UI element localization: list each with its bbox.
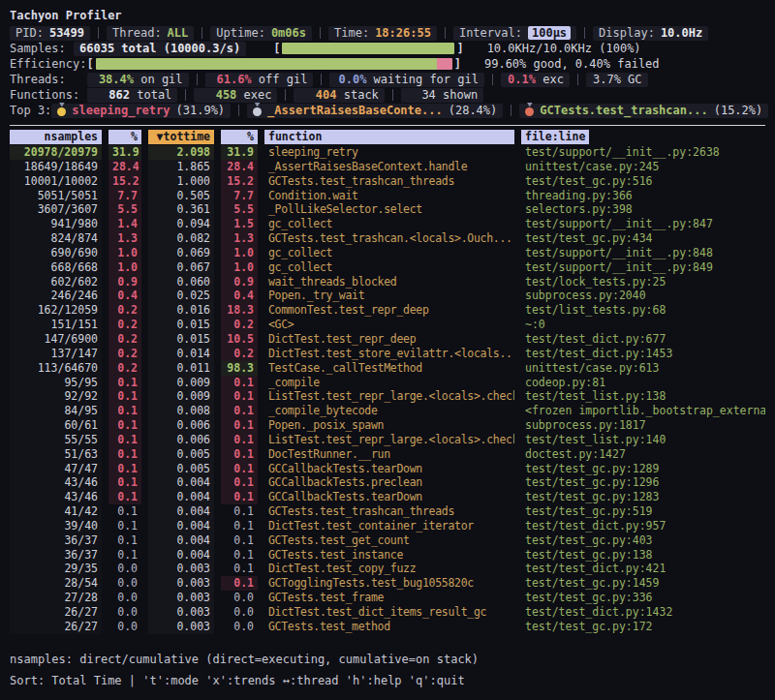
top3-entry-3[interactable]: GCTests.test_trashcan...(15.2%)	[519, 104, 768, 118]
table-row[interactable]: 18649/18649 28.4 1.865 28.4 _AssertRaise…	[10, 160, 765, 174]
col-pct-header[interactable]: %	[108, 130, 141, 144]
functions-row: Functions: 862 total 458 exec 404 stack …	[10, 87, 765, 103]
nsamples-cell: 668/668	[10, 260, 102, 275]
table-row[interactable]: 20978/20979 31.9 2.098 31.9 sleeping_ret…	[10, 145, 765, 160]
pct-cell: 0.2	[108, 318, 141, 332]
table-row[interactable]: 36/37 0.1 0.004 0.1 GCTests.test_get_cou…	[10, 533, 765, 548]
table-row[interactable]: 92/92 0.1 0.009 0.1 ListTest.test_repr_l…	[10, 389, 765, 404]
table-row[interactable]: 10001/10002 15.2 1.000 15.2 GCTests.test…	[10, 174, 765, 189]
table-row[interactable]: 28/54 0.0 0.003 0.1 GCTogglingTests.test…	[10, 576, 765, 591]
table-row[interactable]: 29/35 0.0 0.003 0.1 DictTest.test_copy_f…	[10, 562, 765, 576]
function-cell: GCTests.test_get_count	[264, 533, 514, 548]
top3-pct-1: (31.9%)	[176, 104, 226, 117]
function-cell: DictTest.test_dict_items_result_gc	[264, 605, 514, 620]
table-row[interactable]: 47/47 0.1 0.005 0.1 GCCallbackTests.tear…	[10, 462, 765, 476]
fileline-cell: ~:0	[521, 318, 765, 332]
pct-cell: 5.5	[108, 202, 141, 217]
pid-field: PID:53499	[10, 26, 90, 41]
nsamples-cell: 151/151	[10, 318, 102, 332]
cumpct-cell: 31.9	[221, 145, 258, 160]
function-cell: GCCallbackTests.tearDown	[264, 462, 514, 476]
table-row[interactable]: 3607/3607 5.5 0.361 5.5 _PollLikeSelecto…	[10, 202, 765, 217]
table-row[interactable]: 690/690 1.0 0.069 1.0 gc_collect test/su…	[10, 246, 765, 260]
table-row[interactable]: 84/95 0.1 0.008 0.1 _compile_bytecode <f…	[10, 404, 765, 418]
divider	[392, 89, 393, 101]
tottime-cell: 0.025	[148, 289, 214, 303]
exec-text: exec	[236, 88, 271, 102]
display-field: Display:10.0Hz	[593, 26, 708, 41]
fileline-cell: threading.py:366	[521, 189, 765, 203]
col-cumpct-header[interactable]: %	[221, 130, 258, 144]
col-nsamples-header[interactable]: nsamples	[10, 130, 102, 144]
table-row[interactable]: 36/37 0.1 0.004 0.1 GCTests.test_instanc…	[10, 548, 765, 563]
divider	[98, 27, 99, 39]
table-row[interactable]: 668/668 1.0 0.067 1.0 gc_collect test/su…	[10, 260, 765, 275]
table-row[interactable]: 137/147 0.2 0.014 0.2 DictTest.test_stor…	[10, 347, 765, 361]
col-function-header[interactable]: function	[264, 130, 514, 144]
top3-entry-1[interactable]: sleeping_retry(31.9%)	[51, 104, 231, 118]
silver-medal-icon	[253, 107, 262, 116]
pct-cell: 31.9	[108, 145, 141, 160]
tottime-cell: 0.009	[148, 389, 214, 404]
function-cell: DictTest.test_repr_deep	[264, 332, 514, 347]
tottime-cell: 0.006	[148, 418, 214, 433]
thread-value: ALL	[168, 26, 189, 40]
table-row[interactable]: 26/27 0.0 0.003 0.0 DictTest.test_dict_i…	[10, 605, 765, 620]
nsamples-cell: 10001/10002	[10, 174, 102, 189]
tottime-cell: 0.003	[148, 620, 214, 634]
table-row[interactable]: 151/151 0.2 0.015 0.2 <GC> ~:0	[10, 318, 765, 332]
table-row[interactable]: 147/6900 0.2 0.015 10.5 DictTest.test_re…	[10, 332, 765, 347]
pct-cell: 0.1	[108, 490, 141, 504]
waiting-text: waiting for gil	[366, 73, 479, 86]
on-gil-pct: 38.4%	[93, 73, 134, 86]
table-row[interactable]: 27/28 0.0 0.003 0.0 GCTests.test_frame t…	[10, 591, 765, 605]
samples-total: 66035 total (10000.3/s)	[74, 42, 246, 56]
divider	[285, 89, 286, 101]
table-row[interactable]: 43/46 0.1 0.004 0.1 GCCallbackTests.prec…	[10, 475, 765, 490]
table-row[interactable]: 162/12059 0.2 0.016 18.3 CommonTest.test…	[10, 303, 765, 318]
table-row[interactable]: 113/64670 0.2 0.011 98.3 TestCase._callT…	[10, 361, 765, 376]
top3-row: Top 3: sleeping_retry(31.9%) _AssertRais…	[10, 103, 765, 118]
table-row[interactable]: 5051/5051 7.7 0.505 7.7 Condition.wait t…	[10, 189, 765, 203]
function-cell: gc_collect	[264, 217, 514, 231]
cumpct-cell: 28.4	[221, 160, 258, 174]
cumpct-cell: 15.2	[221, 174, 258, 189]
table-row[interactable]: 41/42 0.1 0.004 0.1 GCTests.test_trashca…	[10, 504, 765, 519]
col-fileline-header[interactable]: file:line	[521, 130, 589, 144]
table-row[interactable]: 39/40 0.1 0.004 0.1 DictTest.test_contai…	[10, 519, 765, 533]
pct-cell: 0.2	[108, 347, 141, 361]
fileline-cell: test/test_gc.py:1289	[521, 462, 765, 476]
fileline-cell: test/support/__init__.py:847	[521, 217, 765, 231]
table-row[interactable]: 824/874 1.3 0.082 1.3 GCTests.test_trash…	[10, 231, 765, 246]
interval-field[interactable]: Interval:100μs	[453, 26, 576, 41]
table-row[interactable]: 602/602 0.9 0.060 0.9 wait_threads_block…	[10, 275, 765, 289]
tottime-cell: 0.082	[148, 231, 214, 246]
profiler-screen: Tachyon Profiler PID:53499 Thread:ALL Up…	[0, 0, 775, 700]
gc-pct: 3.7%	[592, 73, 621, 86]
cumpct-cell: 5.5	[221, 202, 258, 217]
table-row[interactable]: 95/95 0.1 0.009 0.1 _compile codeop.py:8…	[10, 376, 765, 390]
table-row[interactable]: 941/980 1.4 0.094 1.5 gc_collect test/su…	[10, 217, 765, 231]
top3-name-3: GCTests.test_trashcan...	[540, 104, 707, 117]
table-row[interactable]: 55/55 0.1 0.006 0.1 ListTest.test_repr_l…	[10, 433, 765, 447]
nsamples-cell: 602/602	[10, 275, 102, 289]
top3-entry-2[interactable]: _AssertRaisesBaseConte...(28.4%)	[247, 104, 503, 118]
table-row[interactable]: 246/246 0.4 0.025 0.4 Popen._try_wait su…	[10, 289, 765, 303]
table-row[interactable]: 60/61 0.1 0.006 0.1 Popen._posix_spawn s…	[10, 418, 765, 433]
time-value: 18:26:55	[375, 26, 431, 40]
function-cell: <GC>	[264, 318, 514, 332]
table-row[interactable]: 43/46 0.1 0.004 0.1 GCCallbackTests.tear…	[10, 490, 765, 504]
thread-segment-waiting: 0.0% waiting for gil	[329, 73, 484, 87]
cumpct-cell: 0.1	[221, 433, 258, 447]
nsamples-cell: 60/61	[10, 418, 102, 433]
cumpct-cell: 0.1	[221, 562, 258, 576]
table-row[interactable]: 51/63 0.1 0.005 0.1 DocTestRunner.__run …	[10, 447, 765, 462]
divider	[320, 27, 321, 39]
fileline-cell: test/test_dict.py:1432	[521, 605, 765, 620]
divider	[238, 105, 239, 116]
nsamples-cell: 20978/20979	[10, 145, 102, 160]
thread-field[interactable]: Thread:ALL	[107, 26, 194, 41]
col-tottime-header[interactable]: ▼tottime	[148, 130, 214, 144]
tottime-cell: 0.016	[148, 303, 214, 318]
table-row[interactable]: 26/27 0.0 0.003 0.0 GCTests.test_method …	[10, 620, 765, 634]
